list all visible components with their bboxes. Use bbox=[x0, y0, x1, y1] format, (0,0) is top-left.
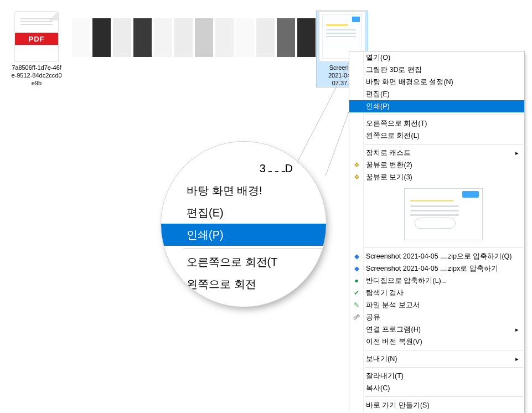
cm-edit-3d[interactable]: 그림판 3D로 편집 bbox=[349, 64, 524, 76]
cm-copy[interactable]: 복사(C) bbox=[349, 382, 524, 394]
callout-line-background: 바탕 화면 배경! bbox=[161, 179, 326, 202]
callout-line-edit: 편집(E) bbox=[161, 202, 326, 224]
zip-icon: ◆ bbox=[352, 264, 361, 273]
cm-create-shortcut[interactable]: 바로 가기 만들기(S) bbox=[349, 399, 524, 411]
cm-send-to[interactable]: 보내기(N) bbox=[349, 353, 524, 365]
cm-cut[interactable]: 잘라내기(T) bbox=[349, 370, 524, 382]
cm-compress-zip[interactable]: ◆Screenshot 2021-04-05 ....zip으로 압축하기(Q) bbox=[349, 250, 524, 262]
cm-separator bbox=[365, 247, 523, 248]
cm-honeyview-convert[interactable]: ❖꿀뷰로 변환(2) bbox=[349, 159, 524, 171]
scan-icon: ✔ bbox=[352, 288, 361, 297]
bandizip-icon: ● bbox=[352, 276, 361, 285]
callout-line-rotate-left: 왼쪽으로 회전 bbox=[161, 273, 326, 295]
cm-compress-bandizip[interactable]: ●반디집으로 압축하기(L)... bbox=[349, 275, 524, 287]
report-icon: ✎ bbox=[352, 301, 361, 309]
cm-previous-versions[interactable]: 이전 버전 복원(V) bbox=[349, 335, 524, 348]
cm-image-preview bbox=[349, 183, 524, 245]
cm-open[interactable]: 열기(O) bbox=[349, 51, 524, 64]
cm-set-background[interactable]: 바탕 화면 배경으로 설정(N) bbox=[349, 76, 524, 88]
honey-icon: ❖ bbox=[352, 173, 361, 182]
zip-icon: ◆ bbox=[352, 252, 361, 261]
file-label: 7a8506ff-1d7e-46fe-9512-84dc2ccd0e9b bbox=[11, 64, 62, 87]
callout-snippet-tag: 7.3 bbox=[169, 148, 183, 160]
cm-cast-to-device[interactable]: 장치로 캐스트 bbox=[349, 147, 524, 159]
cm-file-report[interactable]: ✎파일 분석 보고서 bbox=[349, 299, 524, 311]
pdf-icon: PDF bbox=[14, 11, 59, 62]
zoom-callout: 7.3 ـ ـ ـ 3D 바탕 화면 배경! 편집(E) 인쇄(P) 오른쪽으로… bbox=[161, 141, 327, 307]
cm-honeyview-open[interactable]: ❖꿀뷰로 보기(3) bbox=[349, 171, 524, 183]
pdf-badge: PDF bbox=[15, 33, 58, 45]
share-icon: ☍ bbox=[352, 313, 361, 322]
cm-explorer-scan[interactable]: ✔탐색기 검사 bbox=[349, 287, 524, 299]
callout-line-3d: ـ ـ ـ 3D bbox=[161, 157, 326, 179]
cm-rotate-right[interactable]: 오른쪽으로 회전(T) bbox=[349, 117, 524, 130]
cm-share[interactable]: ☍공유 bbox=[349, 311, 524, 323]
file-item-pdf[interactable]: PDF 7a8506ff-1d7e-46fe-9512-84dc2ccd0e9b bbox=[11, 11, 62, 87]
cm-rotate-left[interactable]: 왼쪽으로 회전(L) bbox=[349, 130, 524, 142]
cm-compress-zipx[interactable]: ◆Screenshot 2021-04-05 ....zipx로 압축하기 bbox=[349, 262, 524, 275]
cm-edit[interactable]: 편집(E) bbox=[349, 88, 524, 100]
context-menu: 열기(O) 그림판 3D로 편집 바탕 화면 배경으로 설정(N) 편집(E) … bbox=[349, 51, 525, 413]
cm-open-with[interactable]: 연결 프로그램(H) bbox=[349, 323, 524, 335]
cm-separator bbox=[365, 144, 523, 144]
cm-separator bbox=[365, 350, 523, 350]
cm-separator bbox=[365, 396, 523, 397]
cm-print[interactable]: 인쇄(P) bbox=[349, 100, 524, 112]
cm-separator bbox=[365, 115, 523, 115]
honey-icon: ❖ bbox=[352, 161, 361, 169]
callout-line-print: 인쇄(P) bbox=[161, 224, 326, 246]
cm-separator bbox=[365, 367, 523, 368]
callout-line-rotate-right: 오른쪽으로 회전(T bbox=[161, 251, 326, 273]
